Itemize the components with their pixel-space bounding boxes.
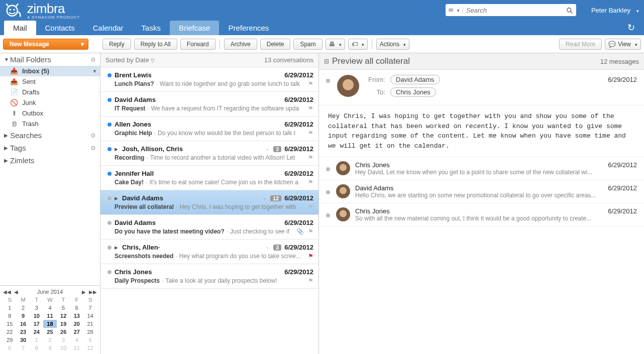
cal-day[interactable]: 16 bbox=[17, 320, 30, 328]
tags-header[interactable]: ▶ Tags ⚙ bbox=[0, 142, 100, 154]
cal-day[interactable]: 18 bbox=[43, 320, 57, 328]
archive-button[interactable]: Archive bbox=[224, 39, 257, 50]
from-pill[interactable]: David Adams bbox=[390, 75, 440, 84]
forward-button[interactable]: Forward bbox=[180, 39, 216, 50]
tag-menu-button[interactable]: 🏷 bbox=[348, 39, 368, 50]
tab-calendar[interactable]: Calendar bbox=[84, 21, 133, 35]
flag-icon[interactable]: ⚑ bbox=[308, 277, 313, 284]
cal-day[interactable]: 27 bbox=[70, 328, 84, 336]
cal-prev-year[interactable]: ◀◀ bbox=[3, 289, 11, 295]
search-box[interactable]: ✉ bbox=[446, 4, 576, 16]
flag-icon[interactable]: ⚑ bbox=[308, 105, 313, 112]
cal-day[interactable]: 4 bbox=[70, 336, 84, 344]
cal-day[interactable]: 1 bbox=[3, 304, 17, 312]
cal-day[interactable]: 9 bbox=[17, 312, 30, 320]
tab-briefcase[interactable]: Briefcase bbox=[170, 21, 220, 35]
conversation-item[interactable]: ▶Josh, Allison, Chris ·36/29/2012Recordi… bbox=[100, 141, 318, 166]
cal-day[interactable]: 11 bbox=[70, 344, 84, 352]
search-scope-dropdown[interactable]: ✉ bbox=[449, 7, 463, 14]
cal-next-year[interactable]: ▶▶ bbox=[89, 289, 97, 295]
flag-icon[interactable]: ⚑ bbox=[308, 253, 313, 260]
folder-trash[interactable]: 🗑Trash bbox=[0, 119, 100, 129]
cal-day[interactable]: 21 bbox=[83, 320, 97, 328]
to-pill[interactable]: Chris Jones bbox=[390, 87, 436, 97]
cal-day[interactable]: 19 bbox=[57, 320, 70, 328]
triangle-right-icon[interactable]: ▶ bbox=[115, 196, 118, 201]
cal-day[interactable]: 8 bbox=[3, 312, 17, 320]
collapse-icon[interactable]: ⊟ bbox=[324, 58, 329, 65]
search-icon[interactable] bbox=[566, 6, 573, 14]
cal-day[interactable]: 8 bbox=[30, 344, 43, 352]
cal-prev-month[interactable]: ◀ bbox=[14, 289, 18, 295]
cal-day[interactable]: 2 bbox=[43, 336, 57, 344]
cal-day[interactable]: 30 bbox=[17, 336, 30, 344]
flag-icon[interactable]: ⚑ bbox=[308, 228, 313, 235]
tab-contacts[interactable]: Contacts bbox=[36, 21, 84, 35]
flag-icon[interactable]: ⚑ bbox=[308, 203, 313, 210]
cal-day[interactable]: 23 bbox=[17, 328, 30, 336]
conversation-item[interactable]: David Adams6/29/2012Do you have the late… bbox=[100, 215, 318, 240]
thread-item[interactable]: David AdamsHello Chris, we are starting … bbox=[319, 180, 644, 203]
delete-button[interactable]: Delete bbox=[260, 39, 291, 50]
gear-icon[interactable]: ⚙ bbox=[90, 145, 96, 152]
cal-day[interactable]: 14 bbox=[83, 312, 97, 320]
flag-icon[interactable]: ⚑ bbox=[308, 154, 313, 161]
cal-day[interactable]: 6 bbox=[70, 304, 84, 312]
cal-day[interactable]: 12 bbox=[57, 312, 70, 320]
flag-icon[interactable]: ⚑ bbox=[308, 130, 313, 137]
cal-day[interactable]: 22 bbox=[3, 328, 17, 336]
cal-day[interactable]: 24 bbox=[30, 328, 43, 336]
folder-sent[interactable]: 📤Sent bbox=[0, 76, 100, 87]
actions-menu-button[interactable]: Actions bbox=[376, 39, 409, 50]
cal-day[interactable]: 9 bbox=[43, 344, 57, 352]
cal-day[interactable]: 11 bbox=[43, 312, 57, 320]
cal-day[interactable]: 6 bbox=[3, 344, 17, 352]
tab-tasks[interactable]: Tasks bbox=[133, 21, 170, 35]
cal-day[interactable]: 5 bbox=[57, 304, 70, 312]
tab-preferences[interactable]: Preferences bbox=[219, 21, 278, 35]
conversation-item[interactable]: Brent Lewis6/29/2012Lunch Plans? · Want … bbox=[100, 67, 318, 92]
conversation-item[interactable]: ▶Chris, Allen· ·36/29/2012Screenshots ne… bbox=[100, 240, 318, 264]
cal-day[interactable]: 7 bbox=[17, 344, 30, 352]
refresh-button[interactable]: ↻ bbox=[622, 20, 640, 35]
gear-icon[interactable]: ⚙ bbox=[90, 132, 96, 139]
view-menu-button[interactable]: 💬View bbox=[605, 39, 641, 50]
sort-control[interactable]: Sorted by Date ▽ bbox=[105, 56, 155, 64]
print-menu-button[interactable]: 🖶 bbox=[326, 39, 345, 50]
cal-day[interactable]: 3 bbox=[30, 304, 43, 312]
triangle-right-icon[interactable]: ▶ bbox=[115, 147, 118, 152]
conversation-item[interactable]: ▶David Adams ·126/29/2012Preview all col… bbox=[100, 190, 318, 215]
cal-next-month[interactable]: ▶ bbox=[82, 289, 86, 295]
cal-day[interactable]: 28 bbox=[83, 328, 97, 336]
conversation-item[interactable]: David Adams6/29/2012IT Request · We have… bbox=[100, 92, 318, 116]
flag-icon[interactable]: ⚑ bbox=[308, 80, 313, 87]
conversation-item[interactable]: Allen Jones6/29/2012Graphic Help · Do yo… bbox=[100, 116, 318, 141]
folder-drafts[interactable]: 📄Drafts bbox=[0, 87, 100, 97]
cal-day[interactable]: 2 bbox=[17, 304, 30, 312]
new-message-button[interactable]: New Message bbox=[3, 39, 88, 50]
folder-outbox[interactable]: ⬆Outbox bbox=[0, 108, 100, 119]
search-input[interactable] bbox=[466, 7, 566, 14]
cal-day[interactable]: 25 bbox=[43, 328, 57, 336]
mail-folders-header[interactable]: ▼ Mail Folders ⚙ bbox=[0, 53, 100, 66]
spam-button[interactable]: Spam bbox=[293, 39, 322, 50]
read-more-button[interactable]: Read More bbox=[559, 39, 602, 50]
folder-inbox[interactable]: 📥Inbox (5)▾ bbox=[0, 66, 100, 76]
cal-day[interactable]: 10 bbox=[30, 312, 43, 320]
user-menu[interactable]: Peter Barkley bbox=[591, 7, 639, 14]
chevron-down-icon[interactable]: ▾ bbox=[93, 68, 96, 74]
cal-day[interactable]: 13 bbox=[70, 312, 84, 320]
conversation-item[interactable]: Jennifer Hall6/29/2012Cake Day! · It's t… bbox=[100, 166, 318, 190]
triangle-right-icon[interactable]: ▶ bbox=[115, 245, 118, 250]
cal-day[interactable]: 26 bbox=[57, 328, 70, 336]
thread-item[interactable]: Chris JonesSo with all the new material … bbox=[319, 203, 644, 226]
cal-day[interactable]: 4 bbox=[43, 304, 57, 312]
gear-icon[interactable]: ⚙ bbox=[90, 56, 96, 63]
reply-button[interactable]: Reply bbox=[102, 39, 131, 50]
cal-day[interactable]: 3 bbox=[57, 336, 70, 344]
cal-day[interactable]: 29 bbox=[3, 336, 17, 344]
zimlets-header[interactable]: ▶ Zimlets bbox=[0, 154, 100, 167]
cal-day[interactable]: 1 bbox=[30, 336, 43, 344]
cal-day[interactable]: 15 bbox=[3, 320, 17, 328]
cal-day[interactable]: 17 bbox=[30, 320, 43, 328]
